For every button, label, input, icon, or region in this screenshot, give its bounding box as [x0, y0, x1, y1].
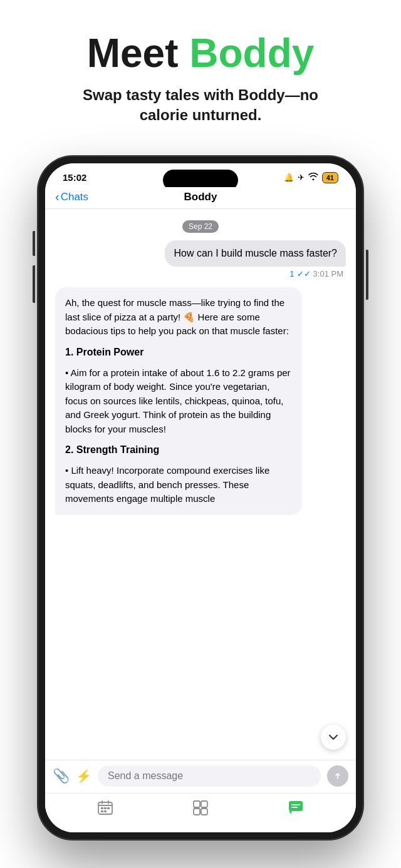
svg-rect-14 — [289, 801, 303, 811]
message-time: 3:01 PM — [313, 269, 343, 278]
input-bar: 📎 ⚡ — [45, 760, 356, 793]
svg-rect-11 — [201, 801, 207, 807]
bottom-nav-chat[interactable] — [288, 800, 304, 820]
calendar-icon — [97, 800, 113, 820]
date-badge: Sep 22 — [55, 220, 346, 233]
user-message-meta: 1 ✓✓ 3:01 PM — [55, 269, 346, 278]
phone-screen: 15:02 🔔 ✈ 41 — [45, 163, 356, 832]
svg-rect-10 — [194, 801, 200, 807]
svg-rect-8 — [101, 810, 103, 812]
lightning-icon[interactable]: ⚡ — [76, 768, 91, 784]
nav-back-button[interactable]: ‹ Chats — [55, 191, 88, 203]
user-message-bubble-container: How can I build muscle mass faster? — [55, 240, 346, 267]
bottom-nav-grid[interactable] — [192, 800, 209, 820]
svg-rect-5 — [101, 807, 103, 809]
svg-rect-9 — [104, 810, 107, 812]
chat-area[interactable]: Sep 22 How can I build muscle mass faste… — [45, 209, 356, 760]
send-button[interactable] — [327, 765, 348, 787]
scroll-down-button[interactable] — [321, 725, 346, 750]
section1-title: 1. Protein Power — [65, 345, 292, 360]
status-bar: 15:02 🔔 ✈ 41 — [45, 163, 356, 187]
bot-message-container: Ah, the quest for muscle mass—like tryin… — [55, 287, 346, 515]
hero-section: Meet Boddy Swap tasty tales with Boddy—n… — [0, 0, 401, 143]
section2-title: 2. Strength Training — [65, 442, 292, 457]
nav-bar: ‹ Chats Boddy — [45, 187, 356, 209]
chevron-left-icon: ‹ — [55, 190, 60, 203]
bottom-nav — [45, 793, 356, 832]
grid-icon — [192, 800, 209, 820]
bottom-nav-calendar[interactable] — [97, 800, 113, 820]
send-icon — [332, 770, 343, 782]
phone-side-button — [366, 250, 368, 300]
section1-body: • Aim for a protein intake of about 1.6 … — [65, 366, 292, 437]
check-icon: ✓✓ — [297, 269, 311, 278]
bot-intro-text: Ah, the quest for muscle mass—like tryin… — [65, 296, 292, 339]
bell-icon: 🔔 — [284, 173, 294, 182]
hero-title: Meet Boddy — [25, 31, 376, 75]
status-icons: 🔔 ✈ 41 — [284, 172, 338, 183]
svg-rect-7 — [107, 807, 110, 809]
hero-subtitle: Swap tasty tales with Boddy—no calorie u… — [69, 85, 332, 124]
message-count: 1 — [289, 269, 294, 278]
attachment-icon[interactable]: 📎 — [53, 768, 70, 784]
airplane-icon: ✈ — [298, 173, 305, 182]
nav-title: Boddy — [184, 191, 217, 203]
svg-rect-12 — [194, 809, 200, 815]
svg-rect-13 — [201, 809, 207, 815]
nav-back-label: Chats — [61, 191, 88, 203]
date-badge-text: Sep 22 — [182, 220, 219, 233]
battery-badge: 41 — [322, 172, 338, 183]
status-time: 15:02 — [63, 172, 86, 183]
phone-frame: 15:02 🔔 ✈ 41 — [38, 156, 363, 840]
chat-icon — [288, 800, 304, 820]
svg-rect-6 — [104, 807, 107, 809]
hero-title-black: Meet — [87, 31, 190, 76]
bot-message-bubble: Ah, the quest for muscle mass—like tryin… — [55, 287, 302, 515]
phone-wrapper: 15:02 🔔 ✈ 41 — [38, 156, 363, 840]
chevron-down-icon — [327, 731, 340, 743]
section2-body: • Lift heavy! Incorporate compound exerc… — [65, 464, 292, 506]
message-input[interactable] — [98, 765, 321, 787]
user-message-bubble: How can I build muscle mass faster? — [165, 240, 346, 267]
hero-title-green: Boddy — [189, 31, 314, 76]
wifi-icon — [308, 173, 318, 182]
